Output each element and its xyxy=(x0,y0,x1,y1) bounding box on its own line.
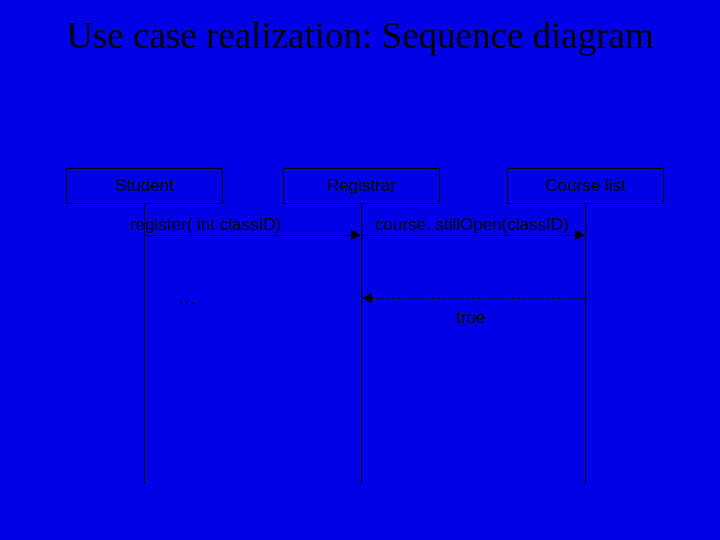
message-return-arrow xyxy=(372,298,585,299)
message-ellipsis: … xyxy=(178,288,196,309)
message-stillopen-arrowhead xyxy=(575,230,585,240)
message-register-label: register( int classID) xyxy=(130,215,281,235)
message-stillopen-label: course. stillOpen(classID) xyxy=(375,215,569,235)
participant-student: Student xyxy=(66,168,223,204)
slide-title: Use case realization: Sequence diagram xyxy=(0,14,720,58)
message-return-arrowhead xyxy=(362,293,372,303)
participant-registrar: Registrar xyxy=(283,168,440,204)
lifeline-courselist xyxy=(585,204,586,484)
lifeline-student xyxy=(144,204,145,484)
message-register-arrow xyxy=(145,235,351,236)
message-register-arrowhead xyxy=(351,230,361,240)
message-return-label: true xyxy=(456,308,485,328)
message-stillopen-arrow xyxy=(362,235,575,236)
participant-courselist: Course list xyxy=(507,168,664,204)
lifeline-registrar xyxy=(361,204,362,484)
